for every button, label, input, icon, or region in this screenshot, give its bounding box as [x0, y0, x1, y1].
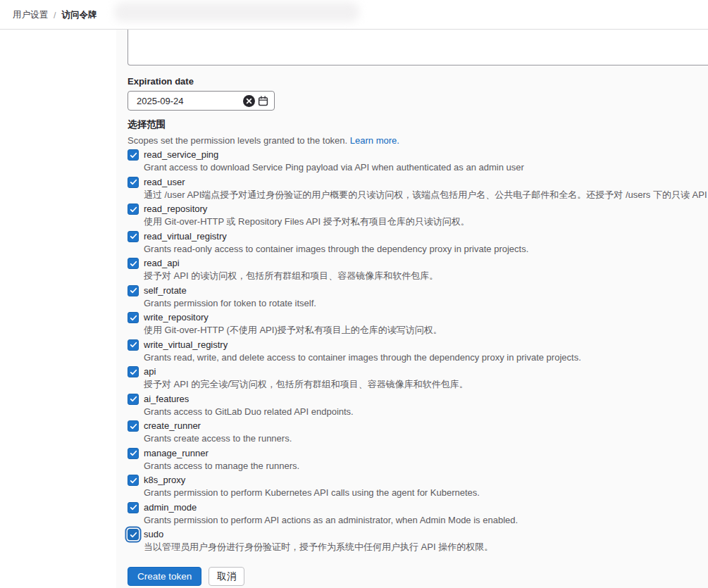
scope-label[interactable]: sudo [144, 528, 708, 541]
expiration-date-label: Expiration date [128, 76, 194, 87]
clear-date-icon[interactable] [242, 92, 256, 109]
scope-checkbox[interactable] [128, 204, 139, 215]
scope-row: write_repository 使用 Git-over-HTTP (不使用 A… [128, 311, 708, 337]
scope-label[interactable]: read_repository [144, 203, 708, 215]
breadcrumb-separator: / [54, 11, 56, 20]
scope-label[interactable]: write_virtual_registry [144, 339, 708, 351]
token-description-textarea[interactable] [128, 30, 708, 65]
checkmark-icon [130, 449, 137, 457]
expiration-date-value: 2025-09-24 [128, 96, 242, 106]
scope-description: 使用 Git-over-HTTP (不使用 API)授予对私有项目上的仓库的读写… [144, 324, 708, 337]
create-token-button[interactable]: Create token [128, 567, 201, 586]
scope-checkbox[interactable] [128, 448, 139, 459]
checkmark-icon [130, 287, 137, 294]
scope-row: admin_mode Grants permission to perform … [128, 501, 708, 527]
scope-row: k8s_proxy Grants permission to perform K… [128, 474, 708, 499]
checkmark-icon [130, 314, 137, 322]
scope-description: 授予对 API 的读访问权，包括所有群组和项目、容器镜像库和软件包库。 [144, 270, 708, 282]
scope-row: manage_runner Grants access to manage th… [128, 447, 708, 473]
checkmark-icon [130, 395, 137, 403]
breadcrumb-user-settings[interactable]: 用户设置 [13, 9, 48, 21]
scope-label[interactable]: read_user [144, 176, 708, 189]
scope-description: Grants access to GitLab Duo related API … [144, 406, 708, 418]
x-circle-icon [243, 95, 255, 107]
checkmark-icon [130, 151, 137, 159]
scope-checkbox[interactable] [128, 312, 139, 323]
checkmark-icon [130, 423, 137, 430]
scope-checkbox[interactable] [128, 529, 139, 540]
scopes-help-sentence: Scopes set the permission levels granted… [128, 135, 347, 146]
checkmark-icon [130, 178, 137, 186]
scope-row: sudo 当以管理员用户身份进行身份验证时，授予作为系统中任何用户执行 API … [128, 528, 708, 553]
scope-row: read_api 授予对 API 的读访问权，包括所有群组和项目、容器镜像库和软… [128, 257, 708, 282]
scope-checkbox[interactable] [128, 258, 139, 269]
breadcrumb: 用户设置 / 访问令牌 [13, 9, 97, 21]
scope-row: create_runner Grants create access to th… [128, 420, 708, 445]
checkmark-icon [130, 232, 137, 240]
scope-description: 授予对 API 的完全读/写访问权，包括所有群组和项目、容器镜像库和软件包库。 [144, 378, 708, 391]
scopes-help-text: Scopes set the permission levels granted… [128, 135, 708, 146]
scope-label[interactable]: create_runner [144, 420, 708, 432]
calendar-glyph [258, 96, 268, 106]
breadcrumb-access-tokens: 访问令牌 [61, 9, 97, 21]
cancel-button[interactable]: 取消 [209, 567, 244, 586]
checkmark-icon [130, 206, 137, 213]
scope-checkbox[interactable] [128, 231, 139, 242]
scope-description: Grants permission for token to rotate it… [144, 297, 708, 310]
scope-description: Grants create access to the runners. [144, 432, 708, 445]
scope-label[interactable]: k8s_proxy [144, 474, 708, 487]
checkmark-icon [130, 503, 137, 511]
scope-label[interactable]: admin_mode [144, 501, 708, 514]
form-actions: Create token 取消 [128, 567, 244, 586]
scope-label[interactable]: read_virtual_registry [144, 230, 708, 243]
scope-description: 通过 /user API端点授予对通过身份验证的用户概要的只读访问权，该端点包括… [144, 189, 708, 201]
checkmark-icon [130, 477, 137, 484]
scope-description: Grants read, write, and delete access to… [144, 351, 708, 364]
scope-checkbox[interactable] [128, 149, 139, 161]
checkmark-icon [130, 531, 137, 539]
scope-description: Grants permission to perform Kubernetes … [144, 487, 708, 499]
redacted-region [114, 2, 359, 22]
learn-more-link[interactable]: Learn more. [350, 135, 399, 146]
scope-checkbox[interactable] [128, 285, 139, 296]
scope-row: read_user 通过 /user API端点授予对通过身份验证的用户概要的只… [128, 176, 708, 201]
scope-checkbox[interactable] [128, 394, 139, 405]
scope-description: Grants permission to perform API actions… [144, 514, 708, 527]
header: 用户设置 / 访问令牌 [0, 0, 708, 30]
calendar-icon[interactable] [256, 92, 270, 109]
scope-checkbox[interactable] [128, 475, 139, 486]
checkmark-icon [130, 341, 137, 349]
scope-label[interactable]: manage_runner [144, 447, 708, 460]
scope-description: Grant access to download Service Ping pa… [144, 161, 708, 174]
scope-list: read_service_ping Grant access to downlo… [128, 149, 708, 556]
scope-row: ai_features Grants access to GitLab Duo … [128, 393, 708, 418]
scope-checkbox[interactable] [128, 502, 139, 513]
scope-label[interactable]: self_rotate [144, 284, 708, 297]
scope-row: api 授予对 API 的完全读/写访问权，包括所有群组和项目、容器镜像库和软件… [128, 365, 708, 391]
scope-label[interactable]: read_api [144, 257, 708, 270]
scope-description: 当以管理员用户身份进行身份验证时，授予作为系统中任何用户执行 API 操作的权限… [144, 541, 708, 553]
scope-checkbox[interactable] [128, 177, 139, 188]
scope-row: self_rotate Grants permission for token … [128, 284, 708, 310]
scope-row: read_virtual_registry Grants read-only a… [128, 230, 708, 256]
scope-checkbox[interactable] [128, 339, 139, 351]
scope-description: Grants access to manage the runners. [144, 460, 708, 473]
scope-row: read_service_ping Grant access to downlo… [128, 149, 708, 174]
scope-description: 使用 Git-over-HTTP 或 Repository Files API … [144, 215, 708, 228]
checkmark-icon [130, 260, 137, 268]
scope-description: Grants read-only access to container ima… [144, 243, 708, 256]
scope-row: read_repository 使用 Git-over-HTTP 或 Repos… [128, 203, 708, 228]
scope-label[interactable]: api [144, 365, 708, 378]
scope-label[interactable]: read_service_ping [144, 149, 708, 161]
expiration-date-input[interactable]: 2025-09-24 [128, 91, 275, 111]
scope-checkbox[interactable] [128, 420, 139, 432]
scopes-heading: 选择范围 [128, 118, 166, 131]
scope-label[interactable]: write_repository [144, 311, 708, 324]
scope-checkbox[interactable] [128, 366, 139, 377]
checkmark-icon [130, 368, 137, 376]
scope-row: write_virtual_registry Grants read, writ… [128, 339, 708, 364]
scope-label[interactable]: ai_features [144, 393, 708, 406]
